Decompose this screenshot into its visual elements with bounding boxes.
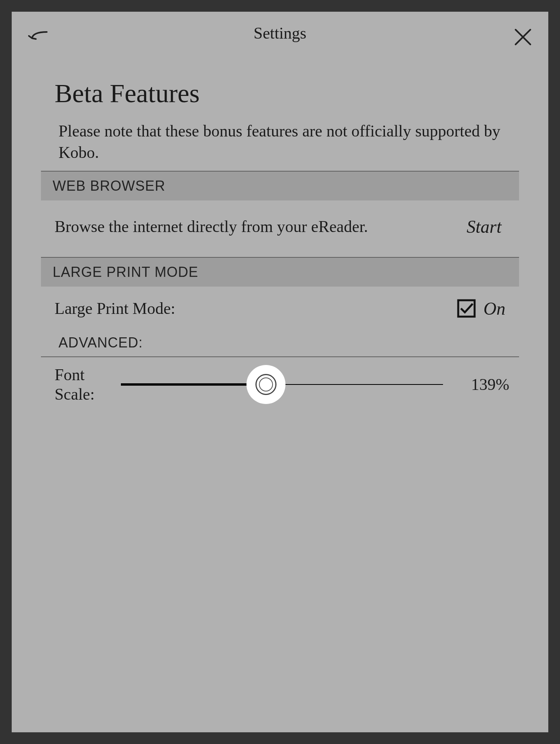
settings-screen: Settings Beta Features Please note that …: [12, 12, 548, 732]
svg-rect-2: [458, 300, 475, 317]
page-heading: Beta Features: [47, 78, 513, 109]
section-header-large-print: LARGE PRINT MODE: [41, 257, 519, 287]
back-button[interactable]: [27, 27, 51, 51]
large-print-mode-label: Large Print Mode:: [55, 299, 175, 318]
large-print-mode-row: Large Print Mode: On: [47, 287, 513, 327]
large-print-checkbox[interactable]: [457, 299, 476, 318]
web-browser-row: Browse the internet directly from your e…: [47, 200, 513, 257]
font-scale-slider[interactable]: [121, 369, 443, 400]
start-button[interactable]: Start: [467, 216, 505, 237]
top-bar: Settings: [12, 12, 548, 55]
web-browser-description: Browse the internet directly from your e…: [55, 216, 467, 237]
close-icon: [513, 27, 533, 47]
content-area: Beta Features Please note that these bon…: [12, 55, 548, 412]
advanced-label: ADVANCED:: [47, 327, 513, 356]
large-print-toggle: On: [457, 298, 505, 319]
page-note: Please note that these bonus features ar…: [47, 120, 513, 163]
slider-thumb[interactable]: [246, 365, 285, 404]
font-scale-value: 139%: [455, 375, 509, 394]
font-scale-row: Font Scale: 139%: [47, 357, 513, 412]
large-print-state: On: [484, 298, 505, 319]
back-arrow-icon: [27, 27, 51, 51]
close-button[interactable]: [513, 27, 533, 47]
font-scale-label: Font Scale:: [55, 365, 109, 404]
page-title: Settings: [253, 24, 306, 43]
section-header-web-browser: WEB BROWSER: [41, 171, 519, 200]
